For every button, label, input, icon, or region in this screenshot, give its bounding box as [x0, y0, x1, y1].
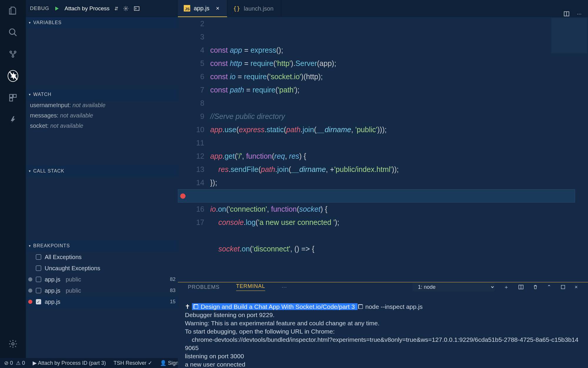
svg-point-14 [125, 8, 126, 9]
svg-point-2 [10, 51, 12, 53]
breakpoint-row[interactable]: app.js public 83 [26, 285, 178, 296]
checkbox[interactable]: ✓ [36, 299, 41, 304]
breakpoint-label: Uncaught Exceptions [45, 265, 100, 272]
section-callstack-header[interactable]: ▾ CALL STACK [26, 165, 178, 177]
bottom-panel: PROBLEMS TERMINAL ··· 1: node ＋ ⌃ × ✝ ⧠ … [178, 282, 588, 368]
svg-point-13 [12, 343, 14, 345]
js-file-icon: JS [184, 5, 190, 11]
watch-body: usernameInput: not available messages: n… [26, 100, 178, 165]
breakpoint-row[interactable]: Uncaught Exceptions [26, 263, 178, 274]
svg-point-3 [14, 51, 16, 53]
debug-config-select[interactable]: Attach by Process [64, 5, 109, 12]
section-watch-label: WATCH [33, 92, 51, 97]
tab-actions: ··· [557, 11, 588, 17]
watch-item[interactable]: socket: not available [30, 122, 174, 129]
watch-item[interactable]: messages: not available [30, 112, 174, 119]
checkbox[interactable] [36, 288, 41, 293]
debug-label: DEBUG [30, 6, 49, 11]
azure-icon[interactable] [8, 114, 18, 125]
tab-label: app.js [194, 5, 209, 12]
minimap[interactable] [551, 18, 587, 53]
split-terminal-icon[interactable] [518, 284, 524, 290]
breakpoint-folder: public [66, 276, 81, 283]
tab-app-js[interactable]: JS app.js × [178, 0, 227, 17]
checkbox[interactable] [36, 254, 41, 260]
section-variables-label: VARIABLES [33, 20, 62, 25]
close-icon[interactable]: × [216, 5, 219, 12]
breakpoint-folder: public [66, 287, 81, 294]
status-errors[interactable]: ⊘ 0 ⚠ 0 [4, 360, 25, 366]
code-content[interactable]: const app = express();const http = requi… [210, 17, 588, 282]
chevron-up-icon[interactable]: ⌃ [547, 284, 552, 290]
breakpoint-file: app.js [45, 276, 60, 283]
callstack-body [26, 177, 178, 240]
tab-launch-json[interactable]: {} launch.json [227, 0, 281, 17]
variables-body [26, 28, 178, 89]
breakpoint-file: app.js [45, 287, 60, 294]
chevron-updown-icon[interactable]: ⇵ [114, 6, 118, 11]
svg-rect-11 [13, 95, 16, 97]
gear-icon[interactable] [123, 6, 129, 11]
chevron-down-icon: ▾ [29, 169, 31, 173]
svg-rect-10 [10, 95, 13, 97]
debug-console-icon[interactable] [133, 5, 140, 12]
chevron-down-icon: ▾ [29, 21, 31, 25]
svg-point-0 [9, 29, 15, 34]
section-breakpoints-label: BREAKPOINTS [33, 243, 70, 248]
search-icon[interactable] [8, 27, 18, 38]
line-gutter: 234567891011121314151617 [178, 17, 210, 282]
debug-icon[interactable] [8, 71, 18, 81]
breakpoint-row[interactable]: All Exceptions [26, 251, 178, 263]
tab-label: launch.json [244, 5, 273, 12]
svg-rect-20 [561, 285, 565, 289]
maximize-panel-icon[interactable] [560, 284, 566, 290]
breakpoint-label: All Exceptions [45, 254, 82, 261]
code-editor[interactable]: 234567891011121314151617 const app = exp… [178, 17, 588, 282]
section-breakpoints-header[interactable]: ▾ BREAKPOINTS [26, 240, 178, 251]
split-editor-icon[interactable] [563, 11, 570, 17]
terminal-output[interactable]: ✝ ⧠ Design and Build a Chat App With Soc… [178, 292, 588, 368]
breakpoint-file: app.js [45, 299, 60, 305]
status-debug-config[interactable]: ▶ Attach by Process ID (part 3) [33, 360, 106, 366]
settings-gear-icon[interactable] [8, 339, 18, 349]
breakpoint-dot-icon [28, 289, 32, 293]
panel-tabs: PROBLEMS TERMINAL ··· 1: node ＋ ⌃ × [178, 282, 588, 292]
tab-problems[interactable]: PROBLEMS [188, 284, 220, 290]
breakpoint-line: 15 [170, 299, 176, 305]
checkbox[interactable] [36, 277, 41, 282]
tab-bar: JS app.js × {} launch.json ··· [178, 0, 588, 17]
json-file-icon: {} [233, 5, 240, 12]
kill-terminal-icon[interactable] [533, 284, 538, 290]
activity-bar [0, 0, 26, 358]
svg-point-4 [12, 56, 14, 57]
files-icon[interactable] [8, 5, 18, 16]
breakpoint-line: 82 [170, 276, 176, 282]
chevron-down-icon: ▾ [29, 92, 31, 97]
debug-toolbar: DEBUG Attach by Process ⇵ [26, 0, 178, 17]
close-panel-icon[interactable]: × [574, 284, 578, 290]
breakpoint-row[interactable]: ✓ app.js 15 [26, 296, 178, 307]
new-terminal-icon[interactable]: ＋ [504, 284, 509, 291]
checkbox[interactable] [36, 266, 41, 271]
section-variables-header[interactable]: ▾ VARIABLES [26, 17, 178, 28]
terminal-select[interactable]: 1: node [412, 283, 495, 291]
more-icon[interactable]: ··· [577, 11, 582, 17]
debug-start-icon[interactable] [54, 6, 60, 11]
section-callstack-label: CALL STACK [33, 168, 64, 174]
svg-line-1 [14, 34, 16, 36]
svg-rect-12 [10, 98, 13, 101]
more-icon[interactable]: ··· [282, 284, 287, 290]
editor-column: JS app.js × {} launch.json ··· 234567891… [178, 0, 588, 358]
watch-item[interactable]: usernameInput: not available [30, 102, 174, 109]
breakpoints-body: All Exceptions Uncaught Exceptions app.j… [26, 251, 178, 307]
svg-rect-15 [134, 7, 139, 11]
breakpoint-marker-icon[interactable] [180, 193, 186, 199]
extensions-icon[interactable] [8, 92, 18, 103]
source-control-icon[interactable] [8, 49, 18, 59]
status-resolver[interactable]: TSH Resolver ✓ [113, 360, 152, 366]
breakpoint-dot-icon [28, 277, 32, 281]
tab-terminal[interactable]: TERMINAL [236, 283, 265, 291]
breakpoint-row[interactable]: app.js public 82 [26, 274, 178, 285]
section-watch-header[interactable]: ▾ WATCH [26, 89, 178, 100]
debug-side-panel: DEBUG Attach by Process ⇵ ▾ VARIABLES ▾ … [26, 0, 178, 358]
